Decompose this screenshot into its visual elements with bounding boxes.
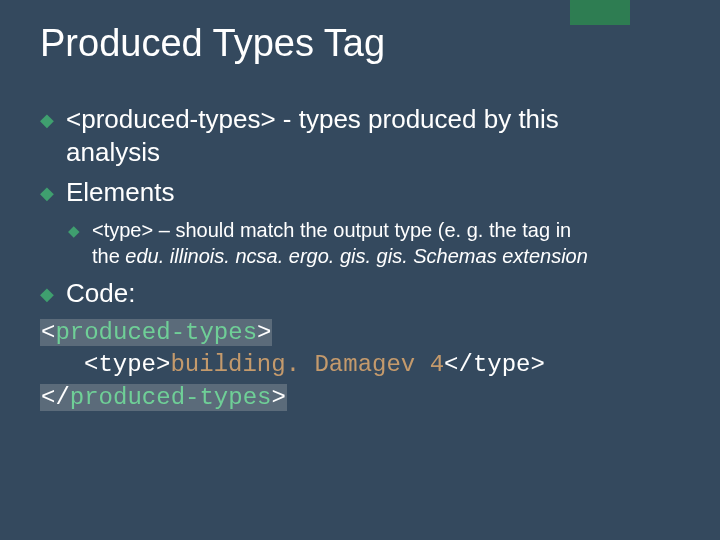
slide: Produced Types Tag ◆ <produced-types> - …	[0, 0, 720, 444]
bullet-elements: ◆ Elements	[40, 176, 680, 209]
diamond-icon: ◆	[40, 283, 54, 306]
diamond-icon: ◆	[40, 109, 54, 132]
bullet-cont: analysis	[66, 136, 680, 169]
close-tag: </type>	[444, 351, 545, 378]
page-title: Produced Types Tag	[40, 22, 680, 65]
tag-literal: <produced-types>	[66, 104, 276, 134]
code-line-3: </produced-types>	[40, 382, 680, 414]
bullet-text: Code:	[66, 278, 135, 308]
tag-text: building. Damagev 4	[170, 351, 444, 378]
code-block: <produced-types> <type>building. Damagev…	[40, 317, 680, 414]
subbullet-type: ◆ <type> – should match the output type …	[40, 217, 680, 269]
subbullet-line1: <type> – should match the output type (e…	[92, 219, 571, 241]
lt: <	[41, 319, 55, 346]
diamond-icon: ◆	[40, 182, 54, 205]
gt: >	[257, 319, 271, 346]
bullet-text: Elements	[66, 177, 174, 207]
bullet-code: ◆ Code:	[40, 277, 680, 310]
cont-em: edu. illinois. ncsa. ergo. gis. gis. Sch…	[125, 245, 587, 267]
bullet-text: <produced-types> - types produced by thi…	[66, 104, 559, 134]
gt: >	[271, 384, 285, 411]
tag-name: produced-types	[55, 319, 257, 346]
open-tag: <type>	[84, 351, 170, 378]
diamond-icon: ◆	[68, 221, 80, 241]
code-line-1: <produced-types>	[40, 317, 680, 349]
code-line-2: <type>building. Damagev 4</type>	[40, 349, 680, 381]
accent-bar	[570, 0, 630, 25]
desc-text: – should match the output type (e. g. th…	[153, 219, 571, 241]
tag-literal: <type>	[92, 219, 153, 241]
desc-text: - types produced by this	[276, 104, 559, 134]
tag-name: produced-types	[70, 384, 272, 411]
bullet-produced-types: ◆ <produced-types> - types produced by t…	[40, 103, 680, 168]
lt-slash: </	[41, 384, 70, 411]
cont-pre: the	[92, 245, 125, 267]
subbullet-line2: the edu. illinois. ncsa. ergo. gis. gis.…	[92, 245, 588, 267]
